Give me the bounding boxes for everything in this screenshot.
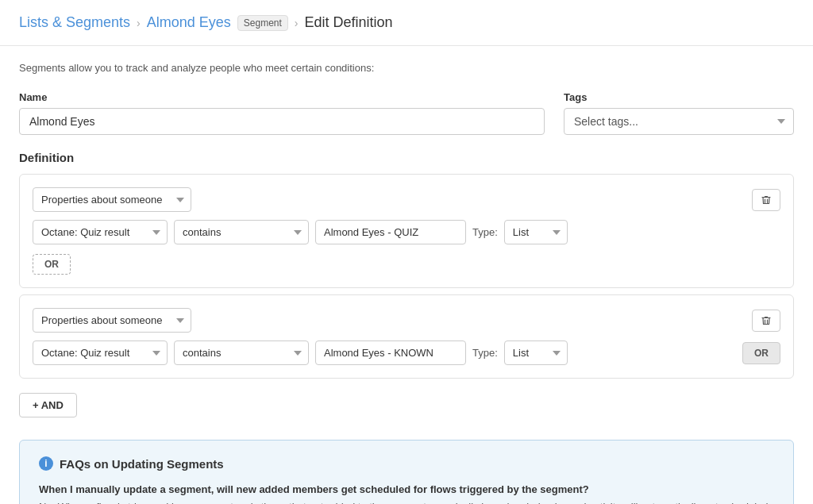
faq-a1: No. When a flow is triggered by a segmen… [39,499,774,504]
delete-condition-2-button[interactable] [752,310,780,332]
value-input-1[interactable] [315,220,466,244]
type-label-1: Type: [472,226,498,238]
condition-row-1: Properties about someone [33,187,780,212]
breadcrumb-lists-link[interactable]: Lists & Segments [19,14,130,31]
condition-row-2: Properties about someone [33,308,780,333]
faq-q1: When I manually update a segment, will n… [39,483,774,495]
breadcrumb-arrow-2: › [295,17,299,29]
info-icon: i [39,456,53,471]
or-button-right[interactable]: OR [742,342,780,364]
operator-select-1[interactable]: contains [174,220,309,244]
properties-select-2[interactable]: Properties about someone [33,308,191,333]
breadcrumb-arrow-1: › [137,17,141,29]
faq-title: i FAQs on Updating Segments [39,456,774,471]
and-button[interactable]: + AND [19,393,77,417]
condition-block-1: Properties about someone Octane: Quiz re… [19,174,794,288]
name-label: Name [19,91,545,103]
breadcrumb: Lists & Segments › Almond Eyes Segment ›… [0,0,813,46]
form-row: Name Tags Select tags... [19,91,794,135]
operator-select-2[interactable]: contains [174,340,309,365]
subtitle-text: Segments allow you to track and analyze … [19,62,794,74]
filter-row-1: Octane: Quiz result contains Type: List [33,220,780,244]
definition-section-title: Definition [19,151,794,164]
delete-condition-1-button[interactable] [752,189,780,211]
faq-title-text: FAQs on Updating Segments [60,457,224,471]
name-group: Name [19,91,545,135]
value-input-2[interactable] [315,340,466,365]
type-select-1[interactable]: List [504,220,568,244]
segment-badge: Segment [237,15,288,31]
trash-icon-1 [761,194,772,206]
breadcrumb-current-page: Edit Definition [305,14,393,31]
filter-row-2: Octane: Quiz result contains Type: List … [33,340,780,365]
tags-group: Tags Select tags... [564,91,794,135]
tags-label: Tags [564,91,794,103]
condition-block-2: Properties about someone Octane: Quiz re… [19,294,794,379]
or-button-1[interactable]: OR [33,254,71,275]
main-content: Segments allow you to track and analyze … [0,46,813,504]
tags-select[interactable]: Select tags... [564,108,794,135]
name-input[interactable] [19,108,545,135]
type-select-2[interactable]: List [504,340,568,365]
field-select-2[interactable]: Octane: Quiz result [33,340,168,365]
faq-section: i FAQs on Updating Segments When I manua… [19,440,794,504]
trash-icon-2 [761,315,772,326]
properties-select-1[interactable]: Properties about someone [33,187,191,212]
type-label-2: Type: [472,347,498,359]
breadcrumb-segment-link[interactable]: Almond Eyes [147,14,231,31]
field-select-1[interactable]: Octane: Quiz result [33,220,168,244]
